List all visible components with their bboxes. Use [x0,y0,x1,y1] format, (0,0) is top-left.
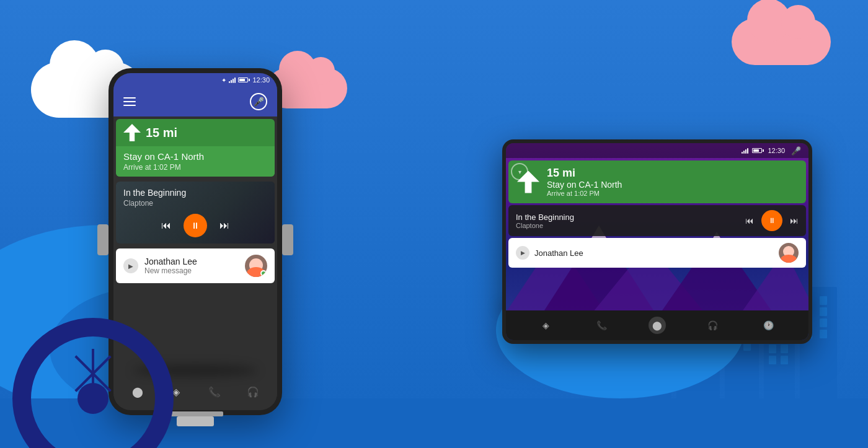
car-battery-icon [752,148,764,153]
car-nav-street: Stay on CA-1 North [547,180,622,190]
steering-wheel [12,318,174,448]
car-history-button[interactable]: 🕐 [760,317,777,334]
car-content-area: ▾ 15 mi Stay on CA-1 North Arrive at 1:0… [506,158,808,310]
phone-music-info: In the Beginning Claptone [123,188,267,208]
car-contact-name: Jonathan Lee [534,248,774,258]
car-music-title: In the Beginning [516,213,739,222]
car-nav-arrive: Arrive at 1:02 PM [547,190,622,197]
steering-wheel-container [12,318,174,448]
car-avatar-body [781,255,797,263]
phone-play-pause-button[interactable]: ⏸ [184,214,207,237]
car-nav-distance: 15 mi [547,167,622,180]
car-screen: 12:30 🎤 ▾ 15 mi Stay on CA-1 North Arriv… [506,143,808,340]
car-message-card[interactable]: ▶ Jonathan Lee [508,238,806,268]
car-play-pause-button[interactable]: ⏸ [761,210,782,231]
car-music-button[interactable]: 🎧 [704,317,722,334]
phone-music-controls: ⏮ ⏸ ⏭ [123,214,267,237]
car-nav-text: 15 mi Stay on CA-1 North Arrive at 1:02 … [547,167,622,197]
car-music-controls: ⏮ ⏸ ⏭ [745,210,799,231]
car-mic-icon[interactable]: 🎤 [791,146,801,156]
phone-base [167,411,223,416]
phone-arm-right [282,224,293,255]
phone-prev-button[interactable]: ⏮ [161,220,171,231]
car-music-card[interactable]: In the Beginning Claptone ⏮ ⏸ ⏭ [508,205,806,236]
phone-music-artist: Claptone [123,199,267,208]
car-dropdown-button[interactable]: ▾ [511,163,528,180]
car-bottom-nav: ◈ 📞 ⬤ 🎧 🕐 [506,310,808,340]
phone-stand [177,416,214,426]
cloud-pink-right [732,19,831,65]
phone-next-button[interactable]: ⏭ [219,220,229,231]
car-signal-icon [742,147,748,154]
car-contact-avatar [779,243,799,263]
dropdown-circle-icon: ▾ [511,163,528,180]
car-next-button[interactable]: ⏭ [790,216,799,226]
car-nav-card[interactable]: 15 mi Stay on CA-1 North Arrive at 1:02 … [508,160,806,203]
car-prev-button[interactable]: ⏮ [745,216,754,226]
car-status-bar: 12:30 🎤 [506,143,808,158]
car-music-artist: Claptone [516,222,739,229]
car-phone-button[interactable]: 📞 [593,317,610,334]
car-time: 12:30 [768,147,785,154]
phone-arm-left [97,224,108,255]
car-home-button[interactable]: ⬤ [649,317,666,334]
car-music-info: In the Beginning Claptone [516,213,739,229]
phone-music-title: In the Beginning [123,188,267,198]
car-message-play-button[interactable]: ▶ [516,246,529,260]
car-head-unit: 12:30 🎤 ▾ 15 mi Stay on CA-1 North Arriv… [502,139,812,344]
car-navigation-button[interactable]: ◈ [538,317,555,334]
